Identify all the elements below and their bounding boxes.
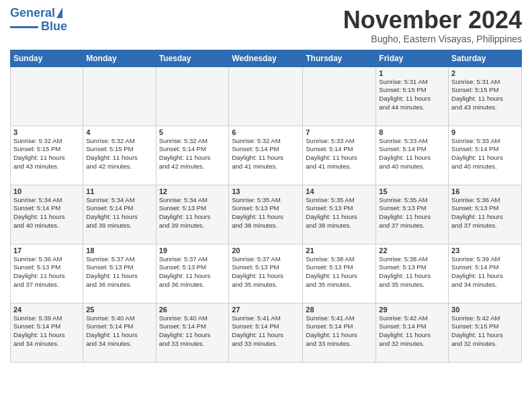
day-number: 22 bbox=[379, 246, 445, 255]
calendar-cell: 2Sunrise: 5:31 AMSunset: 5:15 PMDaylight… bbox=[449, 66, 522, 126]
day-info: Sunrise: 5:39 AMSunset: 5:14 PMDaylight:… bbox=[13, 314, 80, 349]
day-number: 1 bbox=[379, 69, 445, 77]
day-info: Sunrise: 5:42 AMSunset: 5:14 PMDaylight:… bbox=[379, 314, 445, 349]
calendar-cell: 22Sunrise: 5:38 AMSunset: 5:13 PMDayligh… bbox=[376, 244, 449, 303]
day-number: 13 bbox=[232, 187, 300, 195]
weekday-header-friday: Friday bbox=[376, 50, 449, 66]
day-number: 10 bbox=[13, 187, 80, 195]
calendar-cell: 20Sunrise: 5:37 AMSunset: 5:13 PMDayligh… bbox=[229, 244, 303, 303]
calendar-cell: 12Sunrise: 5:34 AMSunset: 5:13 PMDayligh… bbox=[156, 185, 229, 244]
day-info: Sunrise: 5:33 AMSunset: 5:14 PMDaylight:… bbox=[379, 137, 445, 171]
day-info: Sunrise: 5:32 AMSunset: 5:14 PMDaylight:… bbox=[159, 137, 226, 171]
calendar-header: SundayMondayTuesdayWednesdayThursdayFrid… bbox=[11, 50, 522, 66]
location-text: Bugho, Eastern Visayas, Philippines bbox=[343, 34, 522, 44]
day-number: 24 bbox=[13, 306, 80, 314]
calendar-cell: 30Sunrise: 5:42 AMSunset: 5:15 PMDayligh… bbox=[449, 303, 522, 362]
day-number: 16 bbox=[451, 187, 519, 195]
calendar-cell bbox=[229, 66, 303, 126]
calendar-cell bbox=[11, 66, 83, 126]
calendar-week-5: 24Sunrise: 5:39 AMSunset: 5:14 PMDayligh… bbox=[11, 303, 522, 362]
calendar-cell bbox=[303, 66, 376, 126]
day-info: Sunrise: 5:36 AMSunset: 5:13 PMDaylight:… bbox=[13, 255, 80, 289]
calendar-week-2: 3Sunrise: 5:32 AMSunset: 5:15 PMDaylight… bbox=[11, 126, 522, 185]
calendar-cell: 10Sunrise: 5:34 AMSunset: 5:14 PMDayligh… bbox=[11, 185, 83, 244]
weekday-header-monday: Monday bbox=[83, 50, 156, 66]
day-info: Sunrise: 5:34 AMSunset: 5:14 PMDaylight:… bbox=[13, 196, 80, 230]
day-number: 30 bbox=[451, 306, 519, 314]
calendar-cell: 15Sunrise: 5:35 AMSunset: 5:13 PMDayligh… bbox=[376, 185, 449, 244]
weekday-header-tuesday: Tuesday bbox=[156, 50, 229, 66]
page-container: General Blue November 2024 Bugho, Easter… bbox=[0, 0, 532, 369]
calendar-body: 1Sunrise: 5:31 AMSunset: 5:15 PMDaylight… bbox=[11, 66, 522, 362]
calendar-cell: 8Sunrise: 5:33 AMSunset: 5:14 PMDaylight… bbox=[376, 126, 449, 185]
day-info: Sunrise: 5:34 AMSunset: 5:13 PMDaylight:… bbox=[159, 196, 226, 230]
day-info: Sunrise: 5:32 AMSunset: 5:15 PMDaylight:… bbox=[13, 137, 80, 171]
day-number: 20 bbox=[232, 246, 300, 255]
day-info: Sunrise: 5:38 AMSunset: 5:13 PMDaylight:… bbox=[306, 255, 373, 289]
day-info: Sunrise: 5:38 AMSunset: 5:13 PMDaylight:… bbox=[379, 255, 445, 289]
day-number: 8 bbox=[379, 128, 445, 136]
day-number: 2 bbox=[451, 69, 519, 77]
day-number: 3 bbox=[13, 128, 80, 136]
logo-blue-text: Blue bbox=[41, 20, 67, 34]
day-number: 18 bbox=[86, 246, 152, 255]
weekday-header-thursday: Thursday bbox=[303, 50, 376, 66]
weekday-header-wednesday: Wednesday bbox=[229, 50, 303, 66]
day-number: 4 bbox=[86, 128, 152, 136]
calendar-cell: 21Sunrise: 5:38 AMSunset: 5:13 PMDayligh… bbox=[303, 244, 376, 303]
day-info: Sunrise: 5:39 AMSunset: 5:14 PMDaylight:… bbox=[451, 255, 519, 289]
logo: General Blue bbox=[10, 7, 67, 34]
day-number: 19 bbox=[159, 246, 226, 255]
day-info: Sunrise: 5:31 AMSunset: 5:15 PMDaylight:… bbox=[379, 78, 445, 112]
calendar-cell: 26Sunrise: 5:40 AMSunset: 5:14 PMDayligh… bbox=[156, 303, 229, 362]
day-number: 15 bbox=[379, 187, 445, 195]
calendar-cell: 23Sunrise: 5:39 AMSunset: 5:14 PMDayligh… bbox=[449, 244, 522, 303]
day-info: Sunrise: 5:37 AMSunset: 5:13 PMDaylight:… bbox=[232, 255, 300, 289]
calendar-cell bbox=[156, 66, 229, 126]
day-number: 21 bbox=[306, 246, 373, 255]
day-number: 25 bbox=[86, 306, 152, 314]
calendar-cell: 14Sunrise: 5:35 AMSunset: 5:13 PMDayligh… bbox=[303, 185, 376, 244]
logo-text: General bbox=[10, 7, 55, 20]
calendar-cell: 19Sunrise: 5:37 AMSunset: 5:13 PMDayligh… bbox=[156, 244, 229, 303]
day-number: 14 bbox=[306, 187, 373, 195]
calendar-cell: 6Sunrise: 5:32 AMSunset: 5:14 PMDaylight… bbox=[229, 126, 303, 185]
calendar-cell: 24Sunrise: 5:39 AMSunset: 5:14 PMDayligh… bbox=[11, 303, 83, 362]
calendar-cell: 13Sunrise: 5:35 AMSunset: 5:13 PMDayligh… bbox=[229, 185, 303, 244]
day-number: 27 bbox=[232, 306, 300, 314]
calendar-cell: 9Sunrise: 5:33 AMSunset: 5:14 PMDaylight… bbox=[449, 126, 522, 185]
calendar-cell: 27Sunrise: 5:41 AMSunset: 5:14 PMDayligh… bbox=[229, 303, 303, 362]
calendar-cell: 29Sunrise: 5:42 AMSunset: 5:14 PMDayligh… bbox=[376, 303, 449, 362]
logo-underline bbox=[10, 26, 38, 28]
calendar-week-3: 10Sunrise: 5:34 AMSunset: 5:14 PMDayligh… bbox=[11, 185, 522, 244]
calendar-week-1: 1Sunrise: 5:31 AMSunset: 5:15 PMDaylight… bbox=[11, 66, 522, 126]
day-info: Sunrise: 5:34 AMSunset: 5:14 PMDaylight:… bbox=[86, 196, 152, 230]
calendar-cell: 25Sunrise: 5:40 AMSunset: 5:14 PMDayligh… bbox=[83, 303, 156, 362]
calendar-table: SundayMondayTuesdayWednesdayThursdayFrid… bbox=[10, 50, 522, 363]
calendar-cell: 16Sunrise: 5:36 AMSunset: 5:13 PMDayligh… bbox=[449, 185, 522, 244]
month-title: November 2024 bbox=[343, 7, 522, 34]
day-number: 28 bbox=[306, 306, 373, 314]
day-info: Sunrise: 5:32 AMSunset: 5:14 PMDaylight:… bbox=[232, 137, 300, 171]
day-info: Sunrise: 5:33 AMSunset: 5:14 PMDaylight:… bbox=[306, 137, 373, 171]
day-number: 23 bbox=[451, 246, 519, 255]
calendar-cell: 28Sunrise: 5:41 AMSunset: 5:14 PMDayligh… bbox=[303, 303, 376, 362]
day-info: Sunrise: 5:35 AMSunset: 5:13 PMDaylight:… bbox=[232, 196, 300, 230]
day-number: 7 bbox=[306, 128, 373, 136]
day-number: 17 bbox=[13, 246, 80, 255]
calendar-cell: 7Sunrise: 5:33 AMSunset: 5:14 PMDaylight… bbox=[303, 126, 376, 185]
day-info: Sunrise: 5:42 AMSunset: 5:15 PMDaylight:… bbox=[451, 314, 519, 349]
day-info: Sunrise: 5:37 AMSunset: 5:13 PMDaylight:… bbox=[159, 255, 226, 289]
day-info: Sunrise: 5:35 AMSunset: 5:13 PMDaylight:… bbox=[306, 196, 373, 230]
day-number: 5 bbox=[159, 128, 226, 136]
day-info: Sunrise: 5:41 AMSunset: 5:14 PMDaylight:… bbox=[306, 314, 373, 349]
calendar-cell: 18Sunrise: 5:37 AMSunset: 5:13 PMDayligh… bbox=[83, 244, 156, 303]
page-header: General Blue November 2024 Bugho, Easter… bbox=[10, 7, 522, 44]
title-section: November 2024 Bugho, Eastern Visayas, Ph… bbox=[343, 7, 522, 44]
day-number: 26 bbox=[159, 306, 226, 314]
calendar-cell: 1Sunrise: 5:31 AMSunset: 5:15 PMDaylight… bbox=[376, 66, 449, 126]
calendar-cell: 17Sunrise: 5:36 AMSunset: 5:13 PMDayligh… bbox=[11, 244, 83, 303]
weekday-header-saturday: Saturday bbox=[449, 50, 522, 66]
day-info: Sunrise: 5:35 AMSunset: 5:13 PMDaylight:… bbox=[379, 196, 445, 230]
day-info: Sunrise: 5:32 AMSunset: 5:15 PMDaylight:… bbox=[86, 137, 152, 171]
